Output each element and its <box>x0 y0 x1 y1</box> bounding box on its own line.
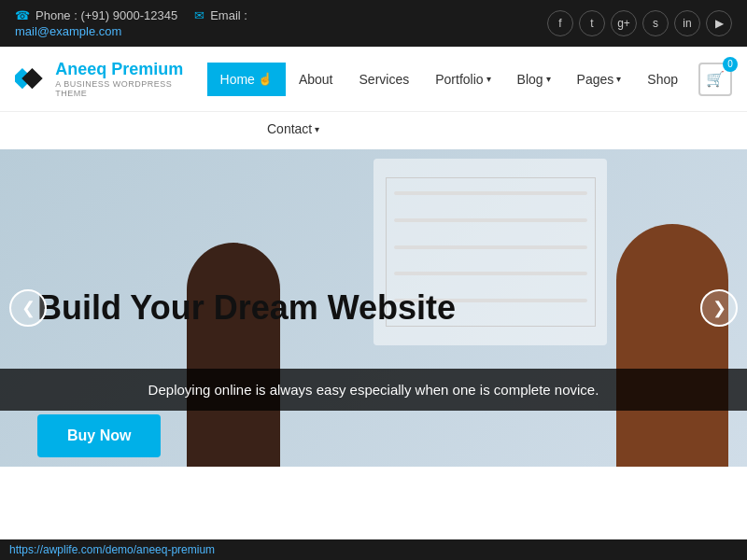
chevron-down-icon: ▾ <box>616 74 621 84</box>
chevron-down-icon: ▾ <box>486 74 491 84</box>
nav-about-label: About <box>299 72 333 87</box>
hero-content: Build Your Dream Website <box>37 289 710 327</box>
logo-name: Aneeq Premium <box>55 60 188 79</box>
phone-label: Phone : (+91) 9000-12345 <box>35 8 177 22</box>
email-value: mail@example.com <box>15 24 121 38</box>
prev-icon: ❮ <box>21 298 35 318</box>
buy-now-button[interactable]: Buy Now <box>37 414 161 457</box>
main-nav: Home ☝ About Services Portfolio ▾ Blog ▾… <box>207 63 691 96</box>
hero-title: Build Your Dream Website <box>37 289 710 327</box>
person-silhouette-right <box>616 224 728 467</box>
status-url: https://awplife.com/demo/aneeq-premium <box>9 543 215 556</box>
youtube-icon[interactable]: ▶ <box>706 10 732 36</box>
nav-home[interactable]: Home ☝ <box>207 63 286 96</box>
nav-blog[interactable]: Blog ▾ <box>504 63 564 96</box>
skype-icon[interactable]: s <box>642 10 669 36</box>
hero-subtitle: Deploying online is always easy especial… <box>148 382 599 398</box>
hero-subtitle-bar: Deploying online is always easy especial… <box>0 369 747 411</box>
nav-portfolio[interactable]: Portfolio ▾ <box>422 63 503 96</box>
instagram-icon[interactable]: in <box>674 10 700 36</box>
googleplus-icon[interactable]: g+ <box>611 10 637 36</box>
chevron-down-icon: ▾ <box>546 74 551 84</box>
nav-pages-label: Pages <box>577 72 614 87</box>
cart-badge: 0 <box>723 57 738 72</box>
nav-services[interactable]: Services <box>346 63 423 96</box>
contact-info: ☎ Phone : (+91) 9000-12345 ✉ Email : mai… <box>15 8 247 38</box>
email-info: mail@example.com <box>15 24 121 38</box>
nav-row2: Contact ▾ <box>0 112 747 149</box>
nav-contact-label: Contact <box>267 121 312 136</box>
nav-pages[interactable]: Pages ▾ <box>564 63 635 96</box>
phone-info: ☎ Phone : (+91) 9000-12345 ✉ Email : <box>15 8 247 22</box>
social-links: f t g+ s in ▶ <box>547 10 732 36</box>
chevron-down-icon: ▾ <box>315 124 319 134</box>
logo-tagline: A BUSINESS WORDPRESS THEME <box>55 79 188 98</box>
status-bar: https://awplife.com/demo/aneeq-premium <box>0 539 747 560</box>
person-silhouette-left <box>187 243 280 467</box>
logo-text: Aneeq Premium A BUSINESS WORDPRESS THEME <box>55 60 188 98</box>
hero-next-button[interactable]: ❯ <box>700 289 738 327</box>
email-label: Email : <box>210 8 247 22</box>
next-icon: ❯ <box>712 298 726 318</box>
logo-icon <box>15 61 48 98</box>
top-bar: ☎ Phone : (+91) 9000-12345 ✉ Email : mai… <box>0 0 747 47</box>
nav-shop-label: Shop <box>647 72 678 87</box>
logo-name-colored: Premium <box>106 60 183 78</box>
nav-blog-label: Blog <box>517 72 543 87</box>
logo: Aneeq Premium A BUSINESS WORDPRESS THEME <box>15 60 189 98</box>
nav-contact[interactable]: Contact ▾ <box>15 112 332 146</box>
nav-portfolio-label: Portfolio <box>435 72 483 87</box>
email-icon: ✉ <box>194 8 204 22</box>
hero-prev-button[interactable]: ❮ <box>9 289 47 327</box>
hero-section: Build Your Dream Website ❮ ❯ Deploying o… <box>0 149 747 467</box>
phone-icon: ☎ <box>15 8 30 22</box>
nav-about[interactable]: About <box>286 63 346 96</box>
logo-name-plain: Aneeq <box>55 60 106 78</box>
nav-shop[interactable]: Shop <box>634 63 691 96</box>
nav-home-label: Home <box>220 72 255 87</box>
twitter-icon[interactable]: t <box>579 10 605 36</box>
nav-services-label: Services <box>359 72 410 87</box>
cart-wrapper: 0 🛒 <box>698 63 732 96</box>
header: Aneeq Premium A BUSINESS WORDPRESS THEME… <box>0 47 747 112</box>
cursor-icon: ☝ <box>258 72 273 86</box>
facebook-icon[interactable]: f <box>547 10 573 36</box>
